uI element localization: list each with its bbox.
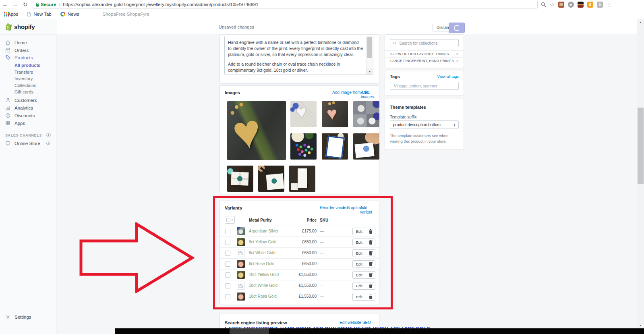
editor-scrollbar[interactable]: ▼: [366, 36, 373, 75]
extension-r-icon[interactable]: R: [587, 2, 593, 8]
product-image-thumbnail[interactable]: [290, 101, 317, 127]
variant-name-link[interactable]: 18ct White Gold: [249, 283, 277, 288]
variant-checkbox[interactable]: [225, 240, 230, 245]
variant-checkbox[interactable]: [225, 229, 230, 234]
edit-website-seo-link[interactable]: Edit website SEO: [340, 320, 371, 325]
delete-variant-button[interactable]: [366, 293, 375, 301]
variant-thumbnail-placeholder[interactable]: [237, 282, 245, 290]
template-suffix-select[interactable]: product.description bottom ▲▼: [390, 120, 459, 129]
edit-variant-button[interactable]: Edit: [352, 282, 366, 290]
delete-variant-button[interactable]: [366, 260, 375, 268]
edit-variant-button[interactable]: Edit: [352, 293, 366, 301]
edit-variant-button[interactable]: Edit: [352, 260, 366, 268]
variant-thumbnail[interactable]: [237, 227, 245, 235]
variant-checkbox[interactable]: [225, 294, 230, 299]
view-all-tags-link[interactable]: View all tags: [437, 74, 459, 79]
editor-scroll-down-icon[interactable]: ▼: [367, 68, 373, 75]
sidebar-item-all-products[interactable]: All products: [0, 62, 56, 68]
sidebar-item-gift-cards[interactable]: Gift cards: [0, 89, 56, 95]
bookmark-new-tab[interactable]: New Tab: [27, 12, 52, 17]
page-scroll-thumb[interactable]: [638, 108, 644, 184]
product-image-thumbnail[interactable]: [227, 166, 253, 192]
delete-variant-button[interactable]: [366, 239, 375, 246]
sidebar-item-orders[interactable]: Orders: [0, 47, 56, 54]
edit-variant-button[interactable]: Edit: [352, 239, 366, 246]
delete-variant-button[interactable]: [366, 282, 375, 290]
variant-name-link[interactable]: Argentium Silver: [249, 229, 278, 233]
save-button-saving[interactable]: [449, 23, 465, 33]
extension-tv-icon[interactable]: [558, 2, 564, 8]
sidebar-item-products[interactable]: Products: [0, 54, 56, 61]
sidebar-item-customers[interactable]: Customers: [0, 97, 56, 104]
delete-variant-button[interactable]: [366, 228, 375, 235]
bookmark-star-icon[interactable]: ☆: [550, 2, 555, 8]
variant-thumbnail[interactable]: [237, 260, 245, 268]
apps-grid-icon[interactable]: [4, 12, 5, 13]
bookmark-news[interactable]: News: [60, 12, 79, 17]
page-scrollbar[interactable]: ▲ ▼: [637, 19, 644, 328]
variant-name-link[interactable]: 9ct Yellow Gold: [249, 240, 276, 244]
product-image-thumbnail[interactable]: [322, 133, 348, 160]
select-all-variants-dropdown[interactable]: ▼: [225, 216, 235, 224]
sidebar-item-apps[interactable]: Apps: [0, 120, 56, 127]
sidebar-item-home[interactable]: Home: [0, 39, 56, 46]
add-sales-channel-icon[interactable]: [46, 133, 51, 138]
forward-icon[interactable]: →: [10, 0, 20, 9]
back-icon[interactable]: ←: [0, 0, 10, 9]
collections-search-field[interactable]: [390, 39, 459, 47]
product-image-thumbnail[interactable]: [289, 166, 315, 192]
view-store-eye-icon[interactable]: [46, 141, 51, 146]
variant-checkbox[interactable]: [225, 272, 230, 278]
sidebar-item-transfers[interactable]: Transfers: [0, 69, 56, 75]
extension-gray-icon[interactable]: [568, 2, 574, 8]
delete-variant-button[interactable]: [366, 249, 375, 257]
browser-menu-icon[interactable]: ⋮: [607, 2, 612, 8]
variant-thumbnail-placeholder[interactable]: [237, 249, 245, 257]
variant-name-link[interactable]: 9ct White Gold: [249, 251, 275, 255]
description-editor[interactable]: Hand engrave with a name or set with a p…: [224, 36, 373, 75]
add-images-link[interactable]: Add images: [361, 90, 379, 99]
add-variant-link[interactable]: Add variant: [360, 205, 379, 214]
editor-scroll-thumb[interactable]: [367, 37, 372, 58]
bookmark-shopafree[interactable]: ShopaFree ShopaFyre: [103, 12, 149, 17]
sidebar-item-inventory[interactable]: Inventory: [0, 75, 56, 82]
tags-field[interactable]: [390, 82, 459, 90]
variant-name-link[interactable]: 18ct Rose Gold: [249, 294, 277, 299]
variant-checkbox[interactable]: [225, 261, 230, 267]
product-image-thumbnail[interactable]: [322, 101, 348, 127]
sidebar-item-collections[interactable]: Collections: [0, 82, 56, 89]
collections-search-input[interactable]: [398, 41, 456, 46]
remove-collection-icon[interactable]: ×: [456, 59, 458, 63]
variant-name-link[interactable]: 18ct Yellow Gold: [249, 272, 279, 277]
product-image-thumbnail[interactable]: [353, 133, 379, 160]
address-bar[interactable]: Secure | https://sophia-alexander-gold-f…: [32, 1, 538, 8]
extension-character-icon[interactable]: [578, 2, 584, 8]
sidebar-item-discounts[interactable]: Discounts: [0, 112, 56, 119]
variant-checkbox[interactable]: [225, 251, 230, 256]
delete-variant-button[interactable]: [366, 271, 375, 279]
edit-variant-button[interactable]: Edit: [352, 271, 366, 279]
extension-b-icon[interactable]: b: [597, 2, 603, 8]
product-image-thumbnail[interactable]: [258, 166, 284, 192]
product-image-thumbnail[interactable]: [353, 101, 379, 127]
scroll-up-icon[interactable]: ▲: [637, 20, 644, 25]
variant-thumbnail[interactable]: [237, 271, 245, 279]
product-image-main[interactable]: [227, 101, 286, 160]
variant-checkbox[interactable]: [225, 283, 230, 288]
tags-input[interactable]: [393, 83, 456, 89]
sidebar-item-settings[interactable]: Settings: [0, 313, 56, 320]
sidebar-item-online-store[interactable]: Online Store: [0, 140, 56, 147]
variant-name-link[interactable]: 9ct Rose Gold: [249, 261, 274, 266]
url-text[interactable]: https://sophia-alexander-gold-fingerprin…: [63, 2, 258, 7]
refresh-icon[interactable]: ↻: [20, 0, 30, 9]
scroll-down-icon[interactable]: ▼: [637, 323, 644, 328]
variant-thumbnail[interactable]: [237, 238, 245, 246]
shopify-logo[interactable]: S shopify: [0, 19, 56, 35]
remove-collection-icon[interactable]: ×: [456, 52, 458, 56]
product-image-thumbnail[interactable]: [290, 133, 317, 160]
bookmark-apps[interactable]: Apps: [8, 12, 18, 17]
variant-thumbnail[interactable]: [237, 293, 245, 301]
edit-variant-button[interactable]: Edit: [352, 249, 366, 257]
search-icon[interactable]: [541, 2, 546, 7]
edit-variant-button[interactable]: Edit: [352, 228, 366, 235]
